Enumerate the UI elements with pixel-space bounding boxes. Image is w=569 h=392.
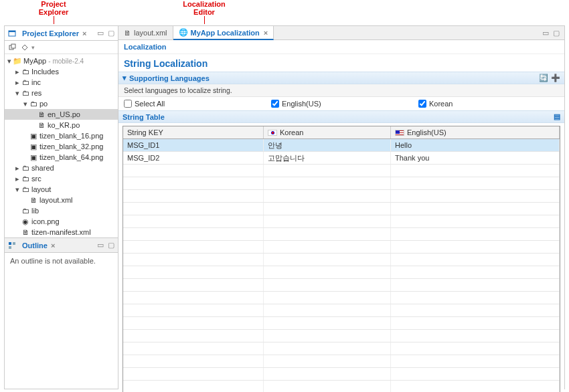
table-row[interactable] xyxy=(123,165,560,177)
chevron-down-icon[interactable]: ▾ xyxy=(6,57,13,66)
tree-node-iconpng[interactable]: ◉icon.png xyxy=(5,216,118,227)
cell-key[interactable] xyxy=(123,165,264,177)
tree-node-project[interactable]: ▾ 📁 MyApp - mobile-2.4 xyxy=(5,56,118,66)
tree-node-po[interactable]: ▾🗀po xyxy=(5,98,118,109)
cell-korean[interactable] xyxy=(264,381,391,392)
cell-english[interactable] xyxy=(391,381,560,392)
table-row[interactable] xyxy=(123,317,560,330)
tree-node-inc[interactable]: ▸🗀inc xyxy=(5,77,118,88)
supporting-languages-header[interactable]: ▾ Supporting Languages 🔄 ➕ xyxy=(118,72,564,84)
cell-korean[interactable]: 안녕 xyxy=(264,139,391,151)
cell-english[interactable] xyxy=(391,330,560,342)
tree-node-src[interactable]: ▸🗀src xyxy=(5,173,118,184)
tree-node-layoutxml[interactable]: 🗎layout.xml xyxy=(5,195,118,205)
maximize-icon[interactable]: ▢ xyxy=(107,29,115,37)
cell-english[interactable] xyxy=(391,342,560,355)
cell-key[interactable] xyxy=(123,342,264,355)
table-row[interactable] xyxy=(123,368,560,381)
cell-key[interactable] xyxy=(123,254,264,266)
cell-korean[interactable] xyxy=(264,317,391,329)
cell-english[interactable] xyxy=(391,215,560,227)
tree-node-layout[interactable]: ▾🗀layout xyxy=(5,184,118,195)
cell-key[interactable]: MSG_ID1 xyxy=(123,139,264,151)
editor-tab-layout[interactable]: 🗎 layout.xml xyxy=(118,26,173,39)
tree-node-blank32[interactable]: ▣tizen_blank_32.png xyxy=(5,141,118,152)
tree-node-manifest[interactable]: 🗎tizen-manifest.xml xyxy=(5,227,118,237)
cell-key[interactable] xyxy=(123,279,264,291)
cell-key[interactable] xyxy=(123,355,264,367)
cell-english[interactable] xyxy=(391,266,560,278)
cell-key[interactable]: MSG_ID2 xyxy=(123,152,264,164)
chevron-right-icon[interactable]: ▸ xyxy=(14,68,21,76)
cell-english[interactable] xyxy=(391,355,560,367)
tree-node-includes[interactable]: ▸🗀Includes xyxy=(5,66,118,77)
table-row[interactable]: MSG_ID2고맙습니다Thank you xyxy=(123,152,560,165)
project-explorer-tab[interactable]: Project Explorer × xyxy=(19,28,89,39)
cell-key[interactable] xyxy=(123,292,264,304)
link-editor-icon[interactable] xyxy=(19,42,30,53)
chevron-right-icon[interactable]: ▸ xyxy=(14,164,21,173)
table-row[interactable]: MSG_ID1안녕Hello xyxy=(123,139,560,152)
cell-english[interactable] xyxy=(391,177,560,189)
cell-key[interactable] xyxy=(123,241,264,253)
lang-korean-checkbox[interactable]: Korean xyxy=(418,100,552,108)
cell-korean[interactable] xyxy=(264,368,391,380)
cell-korean[interactable] xyxy=(264,355,391,367)
maximize-icon[interactable]: ▢ xyxy=(552,29,560,37)
table-row[interactable] xyxy=(123,177,560,190)
table-row[interactable] xyxy=(123,279,560,292)
cell-english[interactable] xyxy=(391,279,560,291)
cell-korean[interactable] xyxy=(264,292,391,304)
col-string-key[interactable]: String KEY xyxy=(123,126,264,138)
chevron-down-icon[interactable]: ▾ xyxy=(14,89,21,98)
cell-korean[interactable] xyxy=(264,190,391,202)
tree-node-blank16[interactable]: ▣tizen_blank_16.png xyxy=(5,130,118,141)
col-korean[interactable]: Korean xyxy=(264,126,391,138)
add-language-icon[interactable]: ➕ xyxy=(551,74,560,82)
cell-english[interactable] xyxy=(391,292,560,304)
cell-key[interactable] xyxy=(123,215,264,227)
cell-english[interactable] xyxy=(391,254,560,266)
cell-english[interactable]: Hello xyxy=(391,139,560,151)
cell-korean[interactable] xyxy=(264,228,391,240)
minimize-icon[interactable]: ▭ xyxy=(96,29,104,37)
cell-english[interactable] xyxy=(391,304,560,316)
cell-key[interactable] xyxy=(123,228,264,240)
chevron-right-icon[interactable]: ▸ xyxy=(14,78,21,87)
chevron-right-icon[interactable]: ▸ xyxy=(14,175,21,183)
cell-key[interactable] xyxy=(123,317,264,329)
cell-english[interactable] xyxy=(391,241,560,253)
cell-english[interactable] xyxy=(391,203,560,215)
minimize-icon[interactable]: ▭ xyxy=(542,29,550,37)
cell-english[interactable] xyxy=(391,317,560,329)
cell-korean[interactable] xyxy=(264,342,391,355)
cell-key[interactable] xyxy=(123,203,264,215)
refresh-icon[interactable]: 🔄 xyxy=(539,74,548,82)
maximize-icon[interactable]: ▢ xyxy=(107,241,115,250)
cell-korean[interactable] xyxy=(264,279,391,291)
cell-korean[interactable] xyxy=(264,203,391,215)
table-row[interactable] xyxy=(123,381,560,392)
table-row[interactable] xyxy=(123,241,560,254)
cell-key[interactable] xyxy=(123,368,264,380)
table-row[interactable] xyxy=(123,330,560,342)
cell-korean[interactable] xyxy=(264,254,391,266)
close-icon[interactable]: × xyxy=(82,29,86,37)
table-options-icon[interactable]: ▤ xyxy=(554,112,560,121)
tree-node-lib[interactable]: 🗀lib xyxy=(5,205,118,216)
tree-node-en-us[interactable]: 🗎en_US.po xyxy=(5,109,118,120)
table-row[interactable] xyxy=(123,342,560,355)
select-all-checkbox[interactable]: Select All xyxy=(124,100,258,108)
col-english[interactable]: English(US) xyxy=(391,126,560,138)
table-row[interactable] xyxy=(123,228,560,241)
close-icon[interactable]: × xyxy=(51,241,55,250)
lang-english-checkbox[interactable]: English(US) xyxy=(271,100,405,108)
cell-key[interactable] xyxy=(123,304,264,316)
close-icon[interactable]: × xyxy=(264,29,268,37)
cell-korean[interactable]: 고맙습니다 xyxy=(264,152,391,164)
cell-korean[interactable] xyxy=(264,215,391,227)
minimize-icon[interactable]: ▭ xyxy=(96,241,104,250)
cell-korean[interactable] xyxy=(264,165,391,177)
breadcrumb[interactable]: Localization xyxy=(118,40,564,54)
tree-node-shared[interactable]: ▸🗀shared xyxy=(5,163,118,173)
